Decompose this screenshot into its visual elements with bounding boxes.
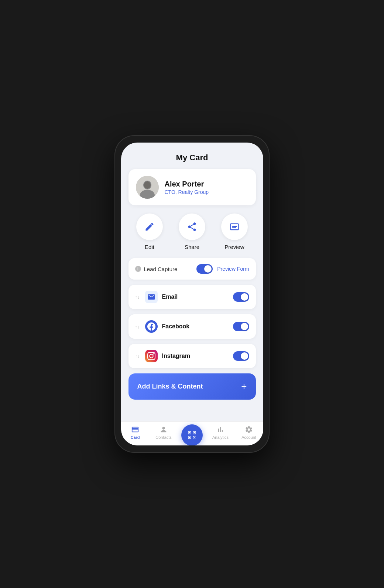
nav-account[interactable]: Account <box>235 425 263 440</box>
edit-label: Edit <box>145 244 154 250</box>
facebook-toggle[interactable] <box>233 322 249 331</box>
email-label: Email <box>162 294 233 300</box>
info-icon: i <box>135 266 141 272</box>
phone-screen: My Card Alex Porter CTO, Realty Group <box>121 143 263 445</box>
nav-card-label: Card <box>130 435 140 440</box>
nav-analytics[interactable]: Analytics <box>206 425 235 440</box>
facebook-label: Facebook <box>162 323 233 330</box>
nav-account-label: Account <box>241 435 256 440</box>
instagram-drag-handle[interactable]: ↑↓ <box>135 353 140 359</box>
nav-card[interactable]: Card <box>121 425 150 440</box>
share-action[interactable]: Share <box>179 213 205 250</box>
card-icon <box>131 425 139 434</box>
add-links-button[interactable]: Add Links & Content + <box>128 373 256 400</box>
share-label: Share <box>185 244 199 250</box>
profile-name: Alex Porter <box>165 180 209 188</box>
bottom-nav: Card Contacts <box>121 421 263 445</box>
qr-icon <box>187 430 197 440</box>
pencil-icon <box>144 222 155 232</box>
action-row: Edit Share <box>128 211 256 253</box>
profile-info: Alex Porter CTO, Realty Group <box>165 180 209 195</box>
analytics-icon <box>216 425 224 434</box>
instagram-icon <box>145 350 158 362</box>
nav-contacts[interactable]: Contacts <box>150 425 178 440</box>
facebook-row: ↑↓ Facebook <box>128 314 256 339</box>
lead-capture-left: i Lead Capture <box>135 266 178 272</box>
lead-capture-label: Lead Capture <box>144 266 178 272</box>
preview-form-link[interactable]: Preview Form <box>217 266 249 272</box>
id-card-icon <box>229 222 240 232</box>
lead-capture-toggle[interactable] <box>196 264 213 274</box>
screen-content: My Card Alex Porter CTO, Realty Group <box>121 143 263 421</box>
phone-frame: My Card Alex Porter CTO, Realty Group <box>114 135 270 453</box>
share-circle <box>179 213 205 240</box>
instagram-toggle[interactable] <box>233 351 249 361</box>
instagram-label: Instagram <box>162 353 233 359</box>
email-drag-handle[interactable]: ↑↓ <box>135 294 140 300</box>
email-row: ↑↓ Email <box>128 285 256 309</box>
gear-icon <box>245 425 253 434</box>
facebook-icon <box>145 320 158 333</box>
profile-card: Alex Porter CTO, Realty Group <box>128 169 256 205</box>
email-icon <box>145 291 158 303</box>
nav-analytics-label: Analytics <box>212 435 229 440</box>
qr-fab-button[interactable] <box>181 424 203 445</box>
preview-label: Preview <box>224 244 244 250</box>
edit-circle <box>136 213 163 240</box>
lead-capture-card: i Lead Capture Preview Form <box>128 258 256 280</box>
preview-action[interactable]: Preview <box>221 213 248 250</box>
add-links-label: Add Links & Content <box>137 383 203 390</box>
profile-title: CTO, Realty Group <box>165 189 209 195</box>
add-links-plus-icon: + <box>241 381 247 392</box>
svg-point-3 <box>144 181 151 189</box>
avatar <box>136 176 159 199</box>
share-icon <box>187 222 197 232</box>
edit-action[interactable]: Edit <box>136 213 163 250</box>
email-toggle[interactable] <box>233 292 249 302</box>
facebook-drag-handle[interactable]: ↑↓ <box>135 324 140 329</box>
instagram-row: ↑↓ Instagram <box>128 344 256 368</box>
nav-contacts-label: Contacts <box>155 435 171 440</box>
page-title: My Card <box>128 153 256 164</box>
preview-circle <box>221 213 248 240</box>
contacts-icon <box>160 425 168 434</box>
lead-capture-right: Preview Form <box>196 264 249 274</box>
